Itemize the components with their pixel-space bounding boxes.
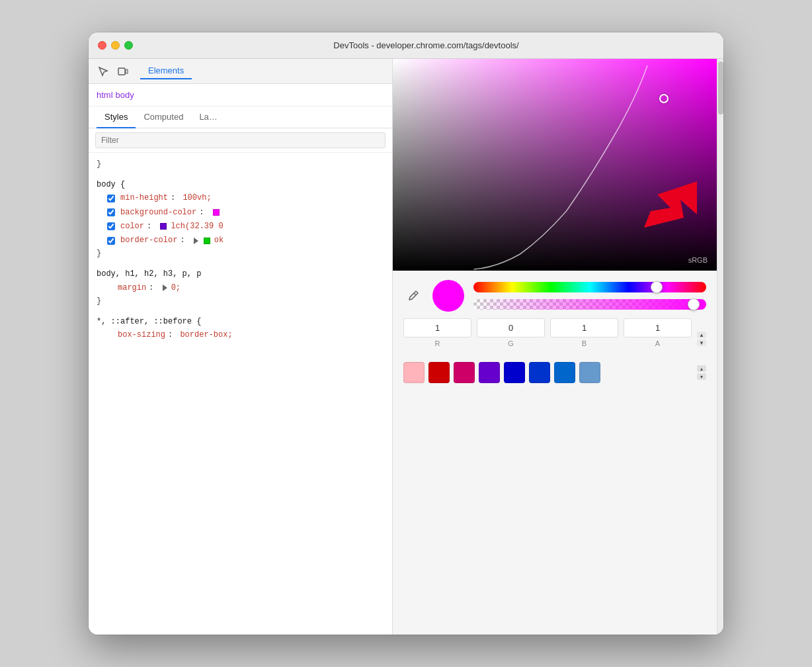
breadcrumb: html body [89, 84, 392, 107]
breadcrumb-body[interactable]: body [116, 90, 134, 100]
prop-box-sizing: box-sizing : border-box; [97, 328, 384, 342]
prop-min-height: min-height : 100vh; [97, 191, 384, 205]
color-picker-panel: sRGB [393, 59, 717, 635]
prop-background-color: background-color : [97, 206, 384, 220]
css-rule-body: body { min-height : 100vh; background-co… [97, 179, 384, 260]
swatch-pink[interactable] [403, 362, 425, 383]
rgba-label-g: G [508, 339, 514, 347]
title-bar: DevTools - developer.chrome.com/tags/dev… [89, 32, 723, 59]
swatch-royal-blue[interactable] [554, 362, 575, 383]
alpha-slider[interactable] [473, 299, 706, 310]
toolbar-tabs: Elements [140, 63, 192, 79]
maximize-button[interactable] [124, 41, 133, 50]
triangle-icon-margin[interactable] [163, 285, 167, 291]
breadcrumb-html[interactable]: html [97, 90, 113, 100]
rgba-input-b[interactable] [550, 318, 618, 337]
alpha-thumb[interactable] [688, 298, 700, 310]
inspect-icon[interactable] [95, 64, 111, 79]
swatch-hot-pink[interactable] [454, 362, 475, 383]
rgba-input-g[interactable] [477, 318, 545, 337]
css-rule-star: *, ::after, ::before { box-sizing : bord… [97, 316, 384, 342]
tab-styles[interactable]: Styles [97, 107, 136, 128]
left-panel: Elements html body Styles Computed La… [89, 59, 393, 635]
swatch-steel-blue[interactable] [579, 362, 600, 383]
devtools-toolbar: Elements [89, 59, 392, 84]
rgba-spinners: ▲ ▼ [697, 332, 706, 346]
svg-line-3 [414, 293, 416, 295]
devtools-body: Elements html body Styles Computed La… [89, 59, 723, 635]
swatch-red[interactable] [428, 362, 450, 383]
swatch-purple[interactable] [479, 362, 500, 383]
minimize-button[interactable] [111, 41, 120, 50]
swatches-row: ▲ ▼ [393, 357, 717, 388]
hue-thumb[interactable] [651, 281, 663, 293]
picker-row1 [403, 280, 706, 312]
color-swatch[interactable] [160, 223, 167, 230]
color-picker-cursor[interactable] [659, 94, 669, 103]
right-scrollbar[interactable] [717, 59, 723, 635]
scrollbar-thumb[interactable] [718, 62, 723, 114]
devtools-window: DevTools - developer.chrome.com/tags/dev… [89, 32, 723, 635]
rgba-inputs: R G B A ▲ ▼ [403, 318, 706, 347]
window-title: DevTools - developer.chrome.com/tags/dev… [138, 40, 714, 50]
picker-controls: R G B A ▲ ▼ [393, 271, 717, 357]
swatch-spinner-up[interactable]: ▲ [697, 365, 706, 372]
svg-rect-1 [126, 69, 128, 73]
rgba-label-a: A [655, 339, 660, 347]
rgba-label-r: R [435, 339, 440, 347]
css-content[interactable]: } body { min-height : 100vh; background-… [89, 153, 392, 635]
rgba-field-a: A [624, 318, 692, 347]
color-preview [432, 280, 464, 312]
swatch-medium-blue[interactable] [529, 362, 550, 383]
checkbox-border-color[interactable] [107, 237, 115, 245]
prop-border-color: border-color : ok [97, 234, 384, 247]
prop-margin: margin : 0; [97, 281, 384, 295]
device-toggle-icon[interactable] [115, 64, 131, 79]
rgba-label-b: B [582, 339, 587, 347]
rgba-field-r: R [403, 318, 471, 347]
close-button[interactable] [98, 41, 106, 50]
tab-layout[interactable]: La… [191, 107, 225, 128]
rgba-spinner-down[interactable]: ▼ [697, 339, 706, 346]
rgba-spinner-up[interactable]: ▲ [697, 332, 706, 338]
background-color-swatch[interactable] [213, 209, 220, 216]
color-gradient[interactable]: sRGB [393, 59, 717, 271]
rgba-input-a[interactable] [624, 318, 692, 337]
styles-tabs: Styles Computed La… [89, 107, 392, 128]
css-rule-brace: } [97, 158, 384, 171]
rgba-field-b: B [550, 318, 618, 347]
eyedropper-button[interactable] [403, 286, 423, 306]
sliders-area [473, 282, 706, 310]
border-color-swatch[interactable] [204, 238, 210, 244]
checkbox-min-height[interactable] [107, 195, 115, 202]
rgba-input-r[interactable] [403, 318, 471, 337]
rgba-field-g: G [477, 318, 545, 347]
srgb-label: sRGB [688, 256, 708, 264]
swatch-blue[interactable] [504, 362, 525, 383]
triangle-icon-border[interactable] [194, 238, 198, 244]
swatch-spinner-down[interactable]: ▼ [697, 373, 706, 380]
checkbox-background-color[interactable] [107, 208, 115, 216]
filter-bar [89, 128, 392, 153]
prop-color: color : lch(32.39 0 [97, 220, 384, 234]
traffic-lights [98, 41, 133, 50]
elements-tab[interactable]: Elements [140, 63, 192, 79]
tab-computed[interactable]: Computed [136, 107, 191, 128]
filter-input[interactable] [95, 132, 386, 148]
swatches-spinners: ▲ ▼ [697, 365, 706, 380]
hue-slider[interactable] [473, 282, 706, 292]
css-rule-body-h1: body, h1, h2, h3, p, p margin : 0; } [97, 268, 384, 308]
checkbox-color[interactable] [107, 222, 115, 230]
svg-rect-0 [118, 68, 125, 75]
